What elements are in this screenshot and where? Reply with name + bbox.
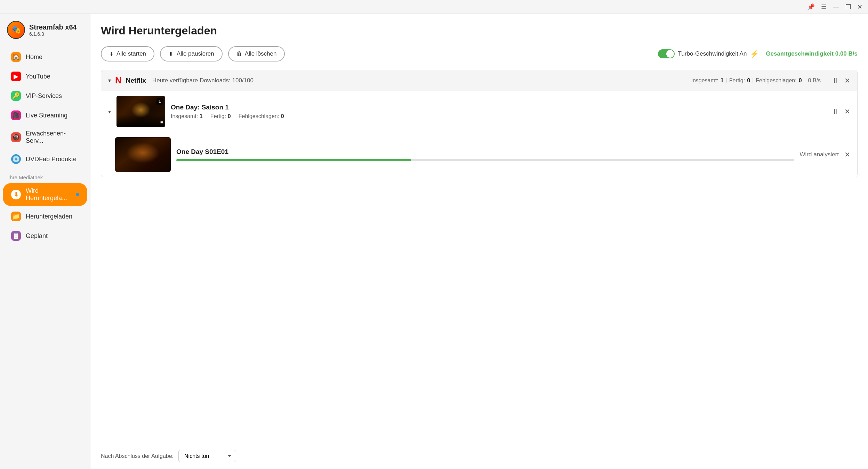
section-header: ▾ N Netflix Heute verfügbare Downloads: … <box>101 70 857 91</box>
youtube-icon: ▶ <box>11 72 21 81</box>
turbo-area: Turbo-Geschwindigkeit An ⚡ Gesamtgeschwi… <box>658 49 858 58</box>
turbo-label: Turbo-Geschwindigkeit An <box>678 50 747 57</box>
app-name: Streamfab x64 <box>29 23 77 31</box>
lightning-icon: ⚡ <box>750 50 759 58</box>
sidebar-item-scheduled[interactable]: 📋 Geplant <box>3 227 87 245</box>
main-content: Wird Heruntergeladen ⬇ Alle starten ⏸ Al… <box>90 14 868 469</box>
netflix-title: Netflix <box>126 77 146 84</box>
episode-close-button[interactable]: ✕ <box>844 150 850 159</box>
pause-all-label: Alle pausieren <box>177 50 214 57</box>
bottom-bar: Nach Abschluss der Aufgabe: Nichts tun H… <box>101 442 858 462</box>
sidebar-item-label: Erwachsenen-Serv... <box>26 130 79 145</box>
episode-thumbnail <box>115 137 171 172</box>
sidebar-item-label: YouTube <box>26 73 50 80</box>
series-failed-value: 0 <box>281 113 284 119</box>
sidebar-item-live[interactable]: 🎥 Live Streaming <box>3 106 87 124</box>
sidebar-item-label: Home <box>26 54 42 61</box>
sidebar-item-youtube[interactable]: ▶ YouTube <box>3 67 87 85</box>
series-failed-label: Fehlgeschlagen: <box>239 113 279 119</box>
menu-lines-icon: ≡ <box>160 120 163 125</box>
sidebar-item-label: VIP-Services <box>26 92 62 100</box>
home-icon: 🏠 <box>11 52 21 62</box>
sidebar-item-label: Heruntergeladen <box>26 213 72 220</box>
sidebar-item-vip[interactable]: 🔑 VIP-Services <box>3 87 87 105</box>
progress-bar <box>176 159 794 161</box>
trash-icon: 🗑 <box>236 51 242 57</box>
start-all-button[interactable]: ⬇ Alle starten <box>101 46 154 61</box>
failed-value: 0 <box>799 77 802 84</box>
titlebar: 📌 ☰ — ❐ ✕ <box>0 0 868 14</box>
series-title: One Day: Saison 1 <box>171 104 826 111</box>
start-all-label: Alle starten <box>116 50 146 57</box>
series-chevron-icon[interactable]: ▾ <box>108 108 111 115</box>
series-actions: ⏸ ✕ <box>832 107 850 116</box>
series-meta: Insgesamt: 1 Fertig: 0 Fehlgeschlagen: 0 <box>171 113 826 120</box>
live-icon: 🎥 <box>11 110 21 120</box>
sidebar: 🎭 Streamfab x64 6.1.6.3 🏠 Home ▶ YouTube… <box>0 14 90 469</box>
episode-row: One Day S01E01 Wird analysiert ✕ <box>101 132 857 177</box>
folder-icon: 📁 <box>11 212 21 221</box>
section-speed: 0 B/s <box>808 77 821 84</box>
app-logo: 🎭 <box>7 21 25 39</box>
maximize-icon[interactable]: ❐ <box>845 3 851 11</box>
sidebar-item-adult[interactable]: 🔞 Erwachsenen-Serv... <box>3 126 87 149</box>
key-icon: 🔑 <box>11 91 21 101</box>
turbo-toggle[interactable] <box>658 49 675 58</box>
page-title: Wird Heruntergeladen <box>101 24 858 37</box>
delete-all-button[interactable]: 🗑 Alle löschen <box>228 46 285 61</box>
series-total-label: Insgesamt: <box>171 113 198 119</box>
sidebar-item-dvdfab[interactable]: 💿 DVDFab Produkte <box>3 150 87 168</box>
series-close-button[interactable]: ✕ <box>844 107 850 116</box>
adult-icon: 🔞 <box>11 132 21 142</box>
total-value: 1 <box>721 77 724 84</box>
notification-badge <box>76 193 79 196</box>
total-label: Insgesamt: <box>691 77 718 84</box>
delete-all-label: Alle löschen <box>245 50 277 57</box>
sidebar-item-label: DVDFab Produkte <box>26 156 77 163</box>
download-icon: ⬇ <box>11 190 21 199</box>
episode-actions: ✕ <box>844 150 850 159</box>
series-done-value: 0 <box>228 113 231 119</box>
pin-icon[interactable]: 📌 <box>807 3 815 11</box>
speed-label: Gesamtgeschwindigkeit 0.00 B/s <box>766 50 858 57</box>
menu-icon[interactable]: ☰ <box>821 3 827 11</box>
dvdfab-icon: 💿 <box>11 154 21 164</box>
section-stats: Insgesamt: 1 | Fertig: 0 | Fehlgeschlage… <box>691 77 821 84</box>
series-pause-button[interactable]: ⏸ <box>832 108 839 116</box>
episode-status: Wird analysiert <box>800 151 839 158</box>
done-label: Fertig: <box>729 77 745 84</box>
sidebar-item-label: Live Streaming <box>26 112 67 119</box>
series-row: ▾ 1 ≡ One Day: Saison 1 Insgesamt: 1 <box>101 91 857 132</box>
download-arrow-icon: ⬇ <box>109 51 114 57</box>
sidebar-item-home[interactable]: 🏠 Home <box>3 48 87 66</box>
logo-area: 🎭 Streamfab x64 6.1.6.3 <box>0 17 90 47</box>
section-actions: ⏸ ✕ <box>832 76 850 85</box>
episode-title: One Day S01E01 <box>176 148 794 156</box>
sidebar-item-downloading[interactable]: ⬇ Wird Heruntergela... <box>3 183 87 206</box>
after-task-label: Nach Abschluss der Aufgabe: <box>101 453 174 459</box>
series-thumbnail-wrap: 1 ≡ <box>116 96 165 127</box>
library-label: Ihre Mediathek <box>0 169 90 182</box>
toolbar: ⬇ Alle starten ⏸ Alle pausieren 🗑 Alle l… <box>101 46 858 61</box>
done-value: 0 <box>747 77 750 84</box>
series-info: One Day: Saison 1 Insgesamt: 1 Fertig: 0… <box>171 104 826 120</box>
app-version: 6.1.6.3 <box>29 31 77 37</box>
series-done-label: Fertig: <box>210 113 226 119</box>
download-section: ▾ N Netflix Heute verfügbare Downloads: … <box>101 70 858 177</box>
progress-bar-fill <box>176 159 411 161</box>
failed-label: Fehlgeschlagen: <box>756 77 796 84</box>
section-close-button[interactable]: ✕ <box>844 76 850 85</box>
after-task-select[interactable]: Nichts tun Herunterfahren Ruhezustand Be… <box>178 450 236 462</box>
available-downloads: Heute verfügbare Downloads: 100/100 <box>152 77 254 84</box>
sidebar-item-label: Geplant <box>26 232 48 240</box>
minimize-icon[interactable]: — <box>833 3 839 10</box>
netflix-logo: N <box>115 75 122 86</box>
sidebar-item-downloaded[interactable]: 📁 Heruntergeladen <box>3 207 87 225</box>
episode-info: One Day S01E01 <box>176 148 794 161</box>
chevron-down-icon[interactable]: ▾ <box>108 77 111 84</box>
close-icon[interactable]: ✕ <box>857 3 862 11</box>
pause-all-button[interactable]: ⏸ Alle pausieren <box>160 46 223 61</box>
section-pause-button[interactable]: ⏸ <box>832 76 839 84</box>
app-container: 🎭 Streamfab x64 6.1.6.3 🏠 Home ▶ YouTube… <box>0 14 868 469</box>
schedule-icon: 📋 <box>11 231 21 241</box>
